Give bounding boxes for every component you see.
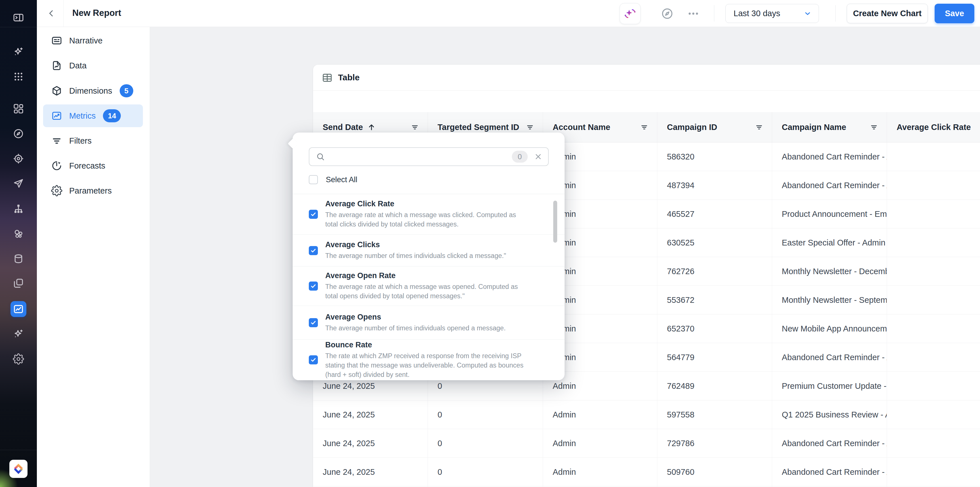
metric-description: The average number of times individuals … bbox=[325, 324, 525, 333]
divider bbox=[835, 5, 836, 22]
rail-item-target[interactable] bbox=[11, 151, 26, 167]
metrics-search-box: 0 bbox=[309, 147, 549, 166]
column-header-average-click-rate[interactable]: Average Click Rate bbox=[887, 112, 980, 142]
rail-item-gear[interactable] bbox=[11, 351, 26, 367]
filter-icon[interactable] bbox=[526, 123, 534, 131]
sort-ascending-icon[interactable] bbox=[367, 123, 376, 132]
app-window: New Report Last 30 days Create bbox=[0, 0, 980, 487]
metrics-chart-icon bbox=[51, 110, 62, 121]
back-button[interactable] bbox=[45, 7, 58, 20]
sidebar-item-label: Forecasts bbox=[69, 161, 105, 171]
sidebar-item-parameters[interactable]: Parameters bbox=[43, 179, 143, 202]
zeta-logo[interactable] bbox=[10, 460, 27, 478]
rail-item-circles-cluster[interactable] bbox=[11, 226, 26, 242]
sidebar-item-label: Dimensions bbox=[69, 86, 112, 96]
org-chart-icon bbox=[13, 203, 24, 214]
sidebar-item-label: Filters bbox=[69, 136, 92, 145]
database-icon bbox=[13, 253, 24, 265]
table-cell: 0% bbox=[887, 257, 980, 286]
select-all-checkbox[interactable] bbox=[309, 175, 318, 184]
rail-item-compass[interactable] bbox=[11, 126, 26, 142]
rail-item-database[interactable] bbox=[11, 251, 26, 267]
sidebar-item-metrics[interactable]: Metrics14 bbox=[43, 104, 143, 127]
sidebar-item-filters[interactable]: Filters bbox=[43, 129, 143, 152]
main-content: Table ••• Send DateTargeted Segment IDAc… bbox=[150, 27, 980, 487]
column-label: Average Click Rate bbox=[897, 123, 971, 132]
sidebar-item-dimensions[interactable]: Dimensions5 bbox=[43, 80, 143, 102]
metric-option-average-clicks[interactable]: Average ClicksThe average number of time… bbox=[293, 235, 565, 267]
metric-option-average-open-rate[interactable]: Average Open RateThe average rate at whi… bbox=[293, 267, 565, 306]
sidebar-item-narrative[interactable]: Narrative bbox=[43, 29, 143, 52]
save-button[interactable]: Save bbox=[935, 4, 974, 23]
table-cell: June 24, 2025 bbox=[313, 401, 428, 429]
metric-checkbox-checked[interactable] bbox=[309, 355, 318, 364]
table-cell: June 24, 2025 bbox=[313, 429, 428, 457]
date-range-value: Last 30 days bbox=[733, 9, 803, 18]
rail-item-dots-grid[interactable] bbox=[11, 69, 26, 85]
table-cell: 0 bbox=[428, 429, 543, 457]
icon-rail bbox=[0, 0, 37, 487]
table-cell: Product Announcement - Email bbox=[772, 200, 887, 228]
sidebar-item-forecasts[interactable]: Forecasts bbox=[43, 154, 143, 177]
table-cell: 0% bbox=[887, 315, 980, 343]
column-header-campaign-name[interactable]: Campaign Name bbox=[772, 112, 887, 142]
target-icon bbox=[13, 153, 24, 164]
table-cell: 553672 bbox=[657, 286, 772, 314]
select-all-label: Select All bbox=[326, 176, 357, 184]
rail-item-sparkle[interactable] bbox=[11, 326, 26, 342]
clear-search-icon[interactable] bbox=[534, 152, 542, 161]
metric-option-bounce-rate[interactable]: Bounce RateThe rate at which ZMP receive… bbox=[293, 340, 565, 380]
table-cell: Abandoned Cart Reminder - Ad bbox=[772, 429, 887, 457]
metric-checkbox-checked[interactable] bbox=[309, 210, 318, 219]
filter-icon[interactable] bbox=[755, 123, 764, 131]
more-options-icon[interactable] bbox=[686, 7, 700, 20]
metric-checkbox-checked[interactable] bbox=[309, 281, 318, 291]
table-cell: Admin bbox=[543, 458, 657, 486]
popover-scrollbar-thumb[interactable] bbox=[553, 201, 557, 243]
rail-item-copy-pages[interactable] bbox=[11, 275, 26, 291]
rail-item-sparkle[interactable] bbox=[11, 44, 26, 60]
column-header-campaign-id[interactable]: Campaign ID bbox=[657, 112, 772, 142]
sidebar-item-label: Narrative bbox=[69, 36, 103, 45]
cube-icon bbox=[51, 85, 62, 96]
metric-description: The rate at which ZMP received a respons… bbox=[325, 351, 525, 380]
filter-icon[interactable] bbox=[870, 123, 878, 131]
divider bbox=[714, 5, 714, 22]
date-range-select[interactable]: Last 30 days bbox=[725, 4, 819, 23]
metric-option-average-opens[interactable]: Average OpensThe average number of times… bbox=[293, 306, 565, 340]
rail-item-paper-plane[interactable] bbox=[11, 176, 26, 192]
metric-checkbox-checked[interactable] bbox=[309, 246, 318, 255]
count-badge: 14 bbox=[103, 109, 121, 122]
table-cell: Monthly Newsletter - Septembe bbox=[772, 286, 887, 314]
sidebar-item-data[interactable]: Data bbox=[43, 54, 143, 77]
rail-item-report-doc-active[interactable] bbox=[11, 301, 26, 317]
table-cell: 729786 bbox=[657, 429, 772, 457]
table-cell: 564779 bbox=[657, 343, 772, 372]
filter-icon[interactable] bbox=[410, 123, 419, 131]
table-cell: New Mobile App Announcemer bbox=[772, 315, 887, 343]
compass-icon[interactable] bbox=[661, 7, 674, 20]
search-count-badge: 0 bbox=[512, 151, 528, 163]
metric-description: The average rate at which a message was … bbox=[325, 210, 525, 229]
ai-assistant-button[interactable] bbox=[620, 3, 641, 24]
sparkle-icon bbox=[13, 328, 24, 340]
gear-icon bbox=[51, 185, 62, 196]
rail-item-panel-terminal[interactable] bbox=[11, 10, 26, 26]
metric-option-average-click-rate[interactable]: Average Click RateThe average rate at wh… bbox=[293, 194, 565, 235]
metrics-popover: 0 Select All Average Click RateThe avera… bbox=[293, 133, 565, 380]
metric-checkbox-checked[interactable] bbox=[309, 318, 318, 327]
rail-item-org-chart[interactable] bbox=[11, 201, 26, 217]
report-doc-icon bbox=[13, 303, 24, 315]
table-card-header: Table ••• bbox=[313, 65, 980, 91]
metric-description: The average rate at which a message was … bbox=[325, 282, 525, 301]
table-cell: 0% bbox=[887, 228, 980, 257]
metric-name: Average Opens bbox=[325, 313, 545, 321]
table-cell: Q1 2025 Business Review - Adr bbox=[772, 401, 887, 429]
filter-icon[interactable] bbox=[640, 123, 649, 131]
table-cell: June 24, 2025 bbox=[313, 458, 428, 486]
count-badge: 5 bbox=[120, 84, 133, 97]
select-all-row[interactable]: Select All bbox=[309, 175, 357, 184]
create-new-chart-button[interactable]: Create New Chart bbox=[847, 4, 928, 23]
metrics-search-input[interactable] bbox=[330, 152, 512, 161]
rail-item-dashboard-blocks[interactable] bbox=[11, 101, 26, 117]
